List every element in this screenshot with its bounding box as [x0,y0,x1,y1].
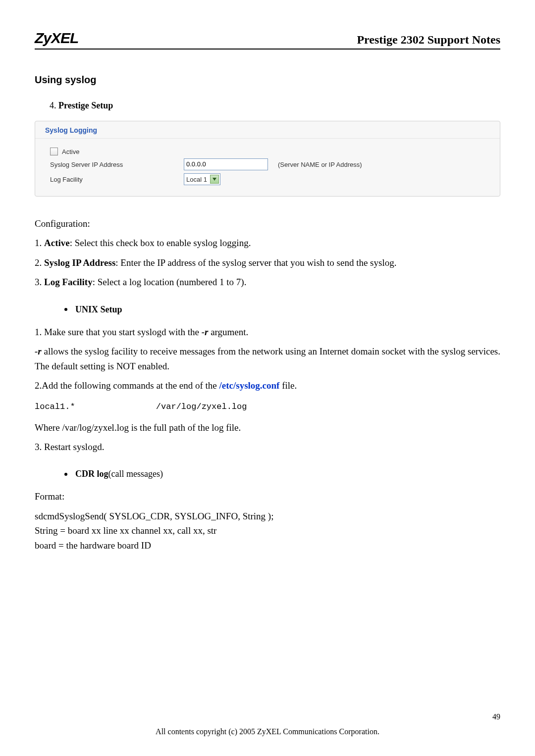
active-checkbox[interactable] [50,148,58,155]
server-ip-label: Syslog Server IP Address [50,161,184,168]
text-fragment: allows the syslog facility to receive me… [35,346,500,371]
text-fragment: file. [279,380,297,391]
unix-bullet-label: UNIX Setup [75,304,122,314]
panel-title: Syslog Logging [35,121,500,139]
cdr-bullet: CDR log(call messages) [64,469,500,479]
page-title: Prestige 2302 Support Notes [357,33,500,47]
code-block: local1.* /var/log/zyxel.log [35,402,500,411]
log-facility-row: Log Facility Local 1 [50,173,485,185]
unix-line-3: 3. Restart syslogd. [35,440,500,454]
config-term: Log Facility [44,277,93,287]
config-rest: : Select this check box to enable syslog… [70,238,251,248]
bullet-icon [64,308,67,311]
chevron-down-icon [210,175,219,184]
page-header: ZyXEL Prestige 2302 Support Notes [35,30,500,50]
panel-body: Active Syslog Server IP Address 0.0.0.0 … [35,139,500,196]
page-number: 49 [492,712,500,721]
flag-r: -r [202,327,209,337]
log-facility-select[interactable]: Local 1 [184,173,220,185]
active-label: Active [62,148,79,155]
config-rest: : Select a log location (numbered 1 to 7… [93,277,247,287]
list-number: 4. [50,101,56,110]
active-row: Active [50,148,485,155]
config-item-2: 2. Syslog IP Address: Enter the IP addre… [35,255,500,270]
unix-bullet: UNIX Setup [64,304,500,315]
text-fragment: argument. [208,327,248,337]
config-num: 3. [35,277,44,287]
format-line-c: board = the hardware board ID [35,538,500,553]
server-ip-row: Syslog Server IP Address 0.0.0.0 (Server… [50,158,485,170]
bullet-icon [64,473,67,476]
cdr-bullet-rest: (call messages) [108,469,163,479]
section-heading: Using syslog [35,74,500,86]
unix-line-2: 2.Add the following commands at the end … [35,378,500,393]
server-ip-input[interactable]: 0.0.0.0 [184,158,268,170]
ordered-list-item: 4. Prestige Setup [50,101,500,111]
syslog-conf-link[interactable]: /etc/syslog.conf [219,380,280,391]
flag-r: -r [35,346,42,356]
cdr-bullet-bold: CDR log [75,469,108,479]
text-fragment: 1. Make sure that you start syslogd with… [35,327,202,337]
format-line-a: sdcmdSyslogSend( SYSLOG_CDR, SYSLOG_INFO… [35,509,500,523]
log-facility-value: Local 1 [186,176,207,183]
list-label: Prestige Setup [58,101,113,110]
config-item-3: 3. Log Facility: Select a log location (… [35,275,500,289]
log-facility-label: Log Facility [50,176,184,183]
unix-line-1: 1. Make sure that you start syslogd with… [35,325,500,339]
config-num: 1. [35,238,44,248]
server-ip-hint: (Server NAME or IP Address) [278,161,362,168]
config-rest: : Enter the IP address of the syslog ser… [115,257,396,268]
unix-para: -r allows the syslog facility to receive… [35,344,500,373]
configuration-heading: Configuration: [35,216,500,231]
text-fragment: 2.Add the following commands at the end … [35,380,219,391]
config-term: Syslog IP Address [44,257,115,268]
format-heading: Format: [35,489,500,504]
config-num: 2. [35,257,44,268]
copyright-footer: All contents copyright (c) 2005 ZyXEL Co… [0,727,535,736]
config-term: Active [44,238,70,248]
syslog-panel: Syslog Logging Active Syslog Server IP A… [35,121,500,197]
config-item-1: 1. Active: Select this check box to enab… [35,236,500,250]
unix-where: Where /var/log/zyxel.log is the full pat… [35,420,500,435]
brand-logo: ZyXEL [35,30,78,47]
format-line-b: String = board xx line xx channel xx, ca… [35,523,500,538]
